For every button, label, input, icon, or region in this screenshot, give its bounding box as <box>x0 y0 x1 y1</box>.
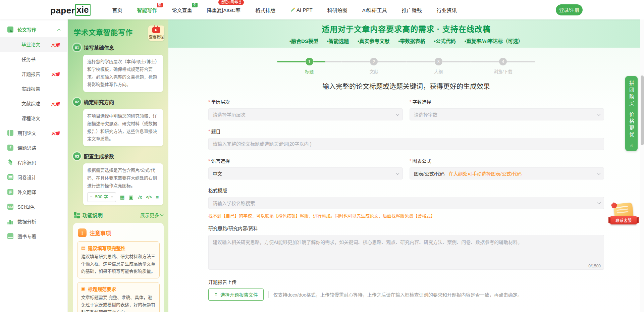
step-preview-download[interactable]: 4 浏览/下载 <box>471 58 536 74</box>
language-select[interactable]: 中文 <box>208 167 403 179</box>
chart-formula-select[interactable]: 图表/公式/代码 在大纲处可手动选择图表/公式/代码 <box>410 167 604 179</box>
document-icon: ▣ <box>81 286 86 292</box>
hot-flame-badge: 火爆 <box>51 42 59 47</box>
step-literature[interactable]: 2 文献 <box>342 58 407 74</box>
contact-ribbon: 联系客服 <box>610 216 637 224</box>
step-title[interactable]: 1 标题 <box>277 58 342 74</box>
sidebar-item-book-monograph[interactable]: 图书专著 <box>0 229 67 244</box>
research-textarea-wrap: 0/1500 <box>208 235 604 271</box>
sidebar-item-questionnaire-design[interactable]: 问卷设计 <box>0 170 67 185</box>
research-label: 研究思路/研究内容/资料 <box>208 225 604 231</box>
chevron-down-icon <box>396 112 399 116</box>
title-input[interactable] <box>208 138 604 150</box>
sidebar-item-literature-review[interactable]: 文献综述 火爆 <box>0 96 67 111</box>
nav-research-drawing[interactable]: 科研绘图 <box>327 6 347 13</box>
char-counter: 0/1500 <box>588 264 601 268</box>
chevron-down-icon <box>597 201 601 204</box>
sidebar-item-course-paper[interactable]: 课程论文 <box>0 111 67 125</box>
notice-item-completeness: ▤ 建议填写项完整性 建议填写研究思路、研究材料和方法三个输入框，这些信息是生成… <box>77 241 160 278</box>
nav-format-typeset[interactable]: 格式排版 <box>255 6 275 13</box>
school-search-select[interactable]: 请输入学校名称搜索 <box>208 197 604 209</box>
contact-service-badge[interactable]: 联系客服 <box>610 203 637 224</box>
list-icon: ≡ <box>156 195 159 200</box>
sidebar-item-task-book[interactable]: 任务书 <box>0 52 67 66</box>
logo-text-paper: paper <box>50 5 75 16</box>
magic-wand-icon <box>290 7 295 12</box>
panel-step-3: 03 配置生成参数 根据需要选择是否包含图片/公式/代码，在具体要求需要在大纲处… <box>73 152 164 205</box>
nav-promotion-earn[interactable]: 推广赚钱 <box>402 6 422 13</box>
progress-stepper: 1 标题 2 文献 3 大纲 4 浏览/下载 <box>277 58 535 74</box>
write-doc-icon <box>7 27 13 33</box>
sidebar: 论文写作 毕业论文 火爆 任务书 开题报告 火爆 实践报告 文献综述 火爆 <box>0 19 68 312</box>
top-navbar: paper xie 首页 智能写作 热 论文查重 免 降重复|AIGC率 适配知… <box>0 0 644 19</box>
nav-plagiarism-check[interactable]: 论文查重 免 <box>172 6 192 13</box>
sidebar-item-topic-ideas[interactable]: 课题思路 <box>0 140 67 155</box>
step-outline[interactable]: 3 大纲 <box>406 58 471 74</box>
nav-reduce-aigc[interactable]: 降重复|AIGC率 适配知网/维普 <box>207 6 241 13</box>
sidebar-item-data-analysis[interactable]: 数据分析 <box>0 214 67 229</box>
clipboard-icon <box>7 174 13 180</box>
banner-features: •融合DS模型 •智能选题 •真实参考文献 •带数据表格 •公式代码 •重复率/… <box>168 37 644 44</box>
plus-icon: + <box>111 193 113 201</box>
sci-icon: SCI <box>7 204 13 210</box>
upload-label: 开题报告上传 <box>208 278 604 285</box>
free-badge: 免 <box>192 3 198 7</box>
nav-industry-news[interactable]: 行业资讯 <box>437 6 457 13</box>
research-textarea[interactable] <box>208 235 604 270</box>
scrollbar-thumb[interactable] <box>641 75 644 145</box>
nav-ai-research-tools[interactable]: AI科研工具 <box>362 6 387 13</box>
nav-home[interactable]: 首页 <box>112 6 122 13</box>
sidebar-item-graduation-thesis[interactable]: 毕业论文 火爆 <box>0 37 67 52</box>
scrollbar-track <box>640 19 644 312</box>
translate-icon: 译 <box>7 189 13 195</box>
logo-text-xie: xie <box>75 4 91 16</box>
upload-icon: ↥ <box>214 292 218 297</box>
notice-card: ! 注意事项 ▤ 建议填写项完整性 建议填写研究思路、研究材料和方法三个输入框，… <box>73 223 164 312</box>
main-content: 适用对于文章内容要求高的需求 · 支持在线改稿 •融合DS模型 •智能选题 •真… <box>168 19 644 312</box>
hot-flame-badge: 火爆 <box>51 101 59 106</box>
sidebar-group-paper-writing[interactable]: 论文写作 <box>0 22 67 37</box>
main-nav: 首页 智能写作 热 论文查重 免 降重复|AIGC率 适配知网/维普 格式排版 … <box>112 6 457 13</box>
sidebar-item-foreign-translation[interactable]: 译 外文翻译 <box>0 185 67 199</box>
hot-flame-badge: 火爆 <box>51 71 59 77</box>
sidebar-item-opening-report[interactable]: 开题报告 火爆 <box>0 66 67 81</box>
hot-flame-badge: 火爆 <box>51 130 59 136</box>
login-register-button[interactable]: 登录/注册 <box>556 4 583 15</box>
language-field: *语言选择 中文 <box>208 157 403 179</box>
panel-step-2: 02 确定研究方向 在项目选择中明确您的研究领域，详细描述研究思路、研究材料（或… <box>73 98 164 146</box>
step-number-badge: 02 <box>73 98 81 106</box>
logo[interactable]: paper xie <box>50 4 91 16</box>
image-icon: ▣ <box>129 195 133 200</box>
banner-title: 适用对于文章内容要求高的需求 · 支持在线改稿 <box>168 23 644 34</box>
books-icon <box>7 233 13 239</box>
sidebar-item-sci-polish[interactable]: SCI SCI润色 <box>0 199 67 214</box>
notice-item-title-spec: ▣ 标题规范要求 文章标题需要 完整、准确、具体，避免过于宽泛或模糊的表述，好的… <box>77 282 160 312</box>
sidebar-item-source-code[interactable]: 程序源码 <box>0 155 67 170</box>
formula-icon: √x <box>138 195 142 199</box>
thesis-form: *学历层次 请选择学历层次 *字数选择 请选择字数 <box>208 98 604 301</box>
word-count-select[interactable]: 请选择字数 <box>410 108 604 120</box>
chevron-up-icon <box>57 29 61 32</box>
app: paper xie 首页 智能写作 热 论文查重 免 降重复|AIGC率 适配知… <box>0 0 644 312</box>
show-more-link[interactable]: 展示更多 <box>140 212 163 218</box>
choose-report-file-button[interactable]: ↥ 选择开题报告文件 <box>208 289 264 301</box>
format-template-field: 格式模版 请输入学校名称搜索 <box>208 187 604 209</box>
word-count-stepper: − 500 字 + <box>87 192 116 202</box>
group-buy-tab[interactable]: 拼团购买 价格更优 ☝ <box>625 76 638 151</box>
view-tutorial-button[interactable]: ▶ 查看教程 <box>148 25 164 41</box>
features-row: 功能说明 展示更多 <box>74 211 163 218</box>
chevron-down-icon <box>597 171 601 175</box>
nav-ai-writing[interactable]: 智能写作 热 <box>137 6 157 13</box>
bar-chart-icon <box>7 218 13 224</box>
table-icon: ▦ <box>120 195 125 200</box>
nav-ai-ppt[interactable]: AI PPT <box>290 7 313 13</box>
form-subtitle: 输入完整的论文标题或选题关键词，获得更好的生成效果 <box>168 81 644 91</box>
warning-icon: ! <box>78 228 87 237</box>
sidebar-item-journal-paper[interactable]: 期刊论文 火爆 <box>0 125 67 140</box>
sidebar-item-practice-report[interactable]: 实践报告 <box>0 81 67 96</box>
layers-icon <box>7 159 13 165</box>
chart-formula-field: *图表公式 图表/公式/代码 在大纲处可手动选择图表/公式/代码 <box>410 157 604 179</box>
code-icon: </> <box>146 195 152 199</box>
education-level-select[interactable]: 请选择学历层次 <box>208 108 403 120</box>
minus-icon: − <box>90 193 93 201</box>
